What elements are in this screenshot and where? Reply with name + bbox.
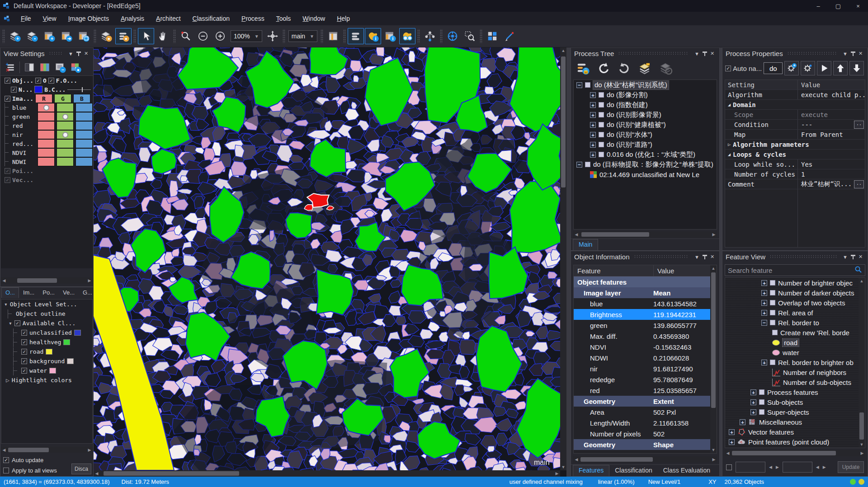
collapse-icon[interactable]: − bbox=[576, 82, 582, 88]
oi-row-ndwi[interactable]: NDWI0.21066028 bbox=[574, 352, 710, 363]
image-hscrollbar[interactable]: ◀▶ bbox=[94, 470, 560, 477]
mix-cell-R[interactable] bbox=[38, 130, 55, 139]
feature-search-box[interactable]: Search feature bbox=[725, 264, 865, 276]
layer-checkbox[interactable]: ✓ bbox=[5, 168, 10, 174]
pin-icon[interactable] bbox=[75, 50, 82, 57]
expand-icon[interactable]: + bbox=[761, 290, 767, 296]
menu-help[interactable]: Help bbox=[331, 12, 356, 25]
feature-item[interactable]: Number of neighbors bbox=[725, 367, 859, 377]
view-layer-icon[interactable] bbox=[348, 28, 364, 44]
collapse-icon[interactable]: − bbox=[576, 162, 582, 168]
object-hierarchy-icon[interactable] bbox=[422, 28, 438, 44]
layer-checkbox[interactable]: ✓ bbox=[5, 78, 10, 84]
close-icon[interactable]: ✕ bbox=[708, 253, 716, 261]
object-outline-node[interactable]: Object outline bbox=[1, 309, 92, 318]
feature-item[interactable]: Create new 'Rel. borde bbox=[725, 328, 859, 337]
process-node[interactable]: +0.016 do (优化1：“水域”类型) bbox=[574, 150, 717, 159]
menu-image-objects[interactable]: Image Objects bbox=[62, 12, 115, 25]
feature-view-hscrollbar[interactable]: ◀▶ bbox=[725, 450, 865, 456]
pp-value[interactable]: Yes bbox=[797, 159, 865, 169]
view-settings-hscrollbar[interactable]: ◀▶ bbox=[1, 277, 93, 284]
pp-value[interactable]: execute bbox=[797, 110, 865, 119]
auto-update-checkbox[interactable]: ✓ bbox=[3, 457, 9, 463]
mix-cell-G[interactable] bbox=[57, 103, 74, 112]
chevron-down-icon[interactable]: ▼ bbox=[693, 253, 701, 261]
expand-icon[interactable]: ▷ bbox=[728, 142, 731, 147]
mix-cell-R[interactable] bbox=[38, 157, 55, 166]
mix-cell-R[interactable] bbox=[38, 121, 55, 130]
channel-radio[interactable] bbox=[43, 105, 49, 111]
oi-row-max-diff-[interactable]: Max. diff.0.43569380 bbox=[574, 331, 710, 342]
image-vscrollbar[interactable]: ▲▼ bbox=[560, 47, 566, 470]
menu-file[interactable]: File bbox=[15, 12, 37, 25]
split-view-icon[interactable] bbox=[22, 60, 37, 75]
tab-classification[interactable]: Classification bbox=[609, 465, 657, 476]
close-button[interactable]: × bbox=[848, 0, 868, 12]
close-icon[interactable]: ✕ bbox=[857, 253, 864, 261]
close-icon[interactable]: ✕ bbox=[857, 50, 864, 57]
layer-row-green[interactable]: green bbox=[1, 112, 93, 121]
oi-row-length-width[interactable]: Length/Width2.11661358 bbox=[574, 417, 710, 428]
oi-row-geometry[interactable]: GeometryShape bbox=[574, 439, 710, 450]
chevron-down-icon[interactable]: ▼ bbox=[841, 50, 849, 57]
cursor-arrow-icon[interactable] bbox=[138, 28, 154, 44]
pp-row-comment[interactable]: Comment林业”枯树“识..... bbox=[725, 179, 865, 189]
pp-row-number-of-cycles[interactable]: Number of cycles1 bbox=[725, 169, 865, 179]
pp-value[interactable]: From Parent bbox=[797, 130, 865, 139]
list-edit-icon[interactable]: +✕ bbox=[3, 60, 17, 75]
level-indicator[interactable]: New Level/1 bbox=[648, 478, 681, 485]
class-node-unclassified[interactable]: ✓unclassified bbox=[1, 328, 92, 337]
feature-item[interactable]: +Number of brighter objec bbox=[725, 278, 859, 288]
layer-row-blue[interactable]: blue bbox=[1, 103, 93, 112]
feature-item[interactable]: +Super-objects bbox=[725, 407, 859, 417]
view-samples-icon[interactable]: i bbox=[382, 28, 398, 44]
discard-button[interactable]: Disca bbox=[71, 464, 91, 474]
channel-radio[interactable] bbox=[62, 132, 68, 138]
collapse-icon[interactable]: ◢ bbox=[728, 152, 731, 157]
window-split-icon[interactable] bbox=[325, 28, 341, 44]
min-right-arrow-icon[interactable]: ▶ bbox=[776, 465, 779, 469]
mix-cell-B[interactable] bbox=[75, 130, 93, 139]
layer-row-NDVI[interactable]: NDVI bbox=[1, 148, 93, 157]
pp-row-loops-cycles[interactable]: ◢Loops & cycles bbox=[725, 150, 865, 159]
toolbar-grip[interactable] bbox=[2, 29, 5, 43]
scene-compare-icon[interactable] bbox=[444, 28, 461, 44]
oi-row-area[interactable]: Area502 Pxl bbox=[574, 407, 710, 417]
levels-tab-3[interactable]: Ve... bbox=[59, 287, 79, 298]
oi-row-rededge[interactable]: rededge95.78087649 bbox=[574, 374, 710, 385]
process-tree-hscrollbar[interactable]: ◀▶ bbox=[573, 231, 717, 238]
mix-cell-B[interactable] bbox=[75, 121, 93, 130]
mix-cell-B[interactable] bbox=[75, 139, 93, 148]
toolbar-grip[interactable] bbox=[480, 29, 482, 43]
axis-indicator[interactable]: XY bbox=[708, 478, 716, 485]
class-color-chip[interactable] bbox=[46, 349, 52, 355]
expand-icon[interactable]: + bbox=[750, 389, 756, 395]
pp-row-algorithm-parameters[interactable]: ▷Algorithm parameters bbox=[725, 140, 865, 150]
chevron-down-icon[interactable]: ▼ bbox=[693, 50, 701, 57]
pin-icon[interactable] bbox=[849, 253, 857, 261]
drag-texture[interactable] bbox=[634, 255, 689, 259]
class-node-road[interactable]: ✓road bbox=[1, 347, 92, 356]
object-level-settings-node[interactable]: ▾Object Level Set... bbox=[1, 300, 92, 309]
toolbar-grip[interactable] bbox=[417, 29, 420, 43]
expand-icon[interactable]: + bbox=[761, 280, 767, 286]
mix-cell-R[interactable] bbox=[38, 112, 55, 121]
minus-view-icon[interactable]: − bbox=[53, 60, 67, 75]
mixer-view-icon[interactable]: ● bbox=[68, 60, 83, 75]
mix-cell-B[interactable] bbox=[75, 148, 93, 157]
drag-texture[interactable] bbox=[49, 52, 63, 56]
play-icon[interactable] bbox=[817, 61, 831, 75]
gear-add-icon[interactable]: + bbox=[784, 61, 799, 75]
feature-item[interactable]: −Rel. border to bbox=[725, 318, 859, 328]
feature-item[interactable]: +Rel. border to brighter ob bbox=[725, 357, 859, 367]
class-checkbox[interactable]: ✓ bbox=[21, 330, 27, 336]
feature-item[interactable]: +Rel. area of bbox=[725, 308, 859, 318]
feature-max-input[interactable] bbox=[783, 462, 812, 473]
feature-item[interactable]: water bbox=[725, 347, 859, 357]
tab-main[interactable]: Main bbox=[573, 239, 598, 250]
zoom-area-icon[interactable] bbox=[178, 28, 194, 44]
process-node[interactable]: +do (识别“道路”) bbox=[574, 140, 717, 150]
feature-item[interactable]: +Number of darker objects bbox=[725, 288, 859, 298]
pan-hand-icon[interactable] bbox=[155, 28, 171, 44]
feature-item[interactable]: Number of sub-objects bbox=[725, 377, 859, 387]
